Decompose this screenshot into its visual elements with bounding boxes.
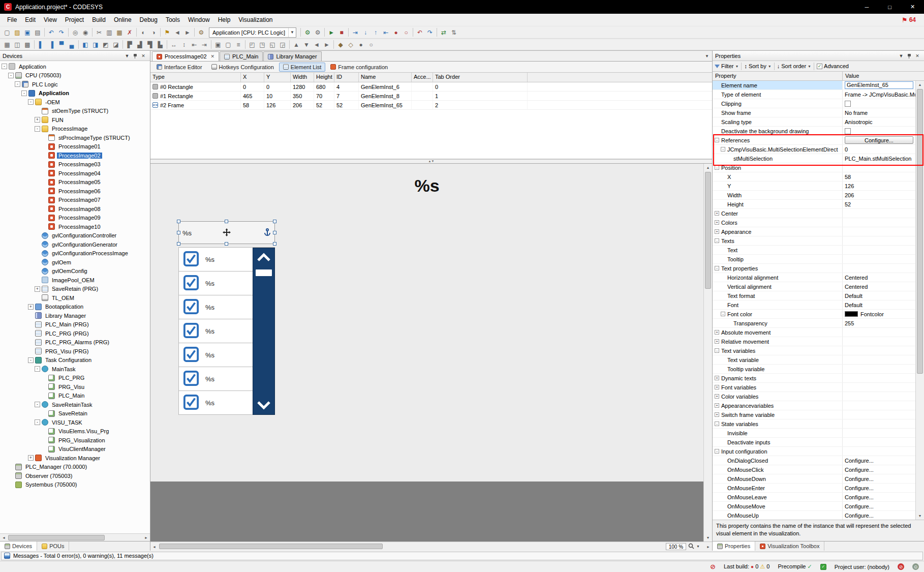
scroll-down-icon[interactable]: ▼ bbox=[916, 512, 924, 520]
open-project-icon[interactable]: ▨ bbox=[12, 27, 22, 37]
tab-devices[interactable]: Devices bbox=[0, 541, 37, 551]
scroll-down-icon[interactable]: ▼ bbox=[704, 534, 712, 541]
tree-item-visuelems-visu-prg[interactable]: VisuElems.Visu_Prg bbox=[0, 427, 150, 436]
property-row-onmouseenter[interactable]: OnMouseEnterConfigure... bbox=[713, 484, 924, 493]
run-to-cursor-icon[interactable]: ⇤ bbox=[381, 27, 391, 37]
tree-item-processimage10[interactable]: ProcessImage10 bbox=[0, 222, 150, 231]
property-value[interactable]: Configure... bbox=[843, 136, 915, 144]
maximize-button[interactable]: □ bbox=[878, 0, 901, 14]
same-size-icon[interactable]: ⇤ bbox=[189, 40, 199, 49]
value-column-header[interactable]: Value bbox=[843, 72, 861, 80]
tab-properties[interactable]: Properties bbox=[713, 541, 755, 551]
table-row[interactable]: #0 Rectangle0012806804GenElemInst_60 bbox=[150, 82, 712, 92]
tree-item-systembus-705000[interactable]: Systembus (705000) bbox=[0, 480, 150, 490]
tree-item-library-manager[interactable]: Library Manager bbox=[0, 311, 150, 320]
tree-item-plc-main-prg[interactable]: PLC_Main (PRG) bbox=[0, 320, 150, 329]
property-row-stmultiselection[interactable]: stMultiSelectionPLC_Main.stMultiSelectio… bbox=[713, 154, 924, 163]
property-value[interactable]: 126 bbox=[843, 182, 915, 190]
search-project-icon[interactable]: ◐ bbox=[138, 27, 148, 37]
panel-menu-icon[interactable]: ▼ bbox=[123, 52, 131, 59]
flag-icon[interactable]: ⚑ bbox=[902, 16, 908, 24]
property-value[interactable] bbox=[843, 346, 915, 355]
tree-item-prg-visu[interactable]: PRG_Visu bbox=[0, 382, 150, 392]
tree-item-oem[interactable]: --OEM bbox=[0, 98, 150, 107]
magnifier-icon[interactable] bbox=[688, 543, 694, 550]
property-value[interactable]: Default bbox=[843, 300, 915, 309]
subtab-hotkeys-configuration[interactable]: Hotkeys Configuration bbox=[207, 63, 278, 72]
cut-icon[interactable]: ✂ bbox=[94, 27, 104, 37]
property-value[interactable] bbox=[843, 99, 915, 108]
chevron-down-icon[interactable]: ▼ bbox=[696, 545, 700, 548]
compile-icon[interactable]: ⚙ bbox=[302, 27, 313, 37]
tree-item-gvloem[interactable]: gvlOem bbox=[0, 258, 150, 267]
expand-icon[interactable]: + bbox=[715, 385, 719, 389]
collapse-icon[interactable]: - bbox=[715, 165, 719, 170]
reset-warm-icon[interactable]: ↶ bbox=[415, 27, 425, 37]
visualization-grid-icon[interactable]: ▦ bbox=[2, 40, 12, 49]
property-row-ondialogclosed[interactable]: OnDialogClosedConfigure... bbox=[713, 456, 924, 465]
menu-window[interactable]: Window bbox=[184, 15, 214, 25]
scroll-right-icon[interactable]: ► bbox=[704, 543, 712, 550]
property-row-element-name[interactable]: Element nameGenElemInst_65 bbox=[713, 81, 924, 90]
column-header-id[interactable]: ID bbox=[334, 73, 359, 82]
property-value[interactable]: 206 bbox=[843, 191, 915, 199]
property-value[interactable]: Configure... bbox=[843, 465, 915, 474]
new-project-icon[interactable]: ▢ bbox=[2, 27, 12, 37]
previous-bookmark-icon[interactable]: ◄ bbox=[172, 27, 182, 37]
tab-list-icon[interactable]: ▼ bbox=[705, 54, 709, 58]
resize-handle-w[interactable] bbox=[177, 231, 180, 234]
expand-icon[interactable]: + bbox=[715, 330, 719, 335]
property-row-vertical-alignment[interactable]: Vertical alignmentCentered bbox=[713, 282, 924, 291]
rotate-right-icon[interactable]: ◳ bbox=[257, 40, 267, 49]
property-value[interactable] bbox=[843, 365, 915, 373]
expand-icon[interactable]: + bbox=[35, 117, 40, 123]
column-header-width[interactable]: Width bbox=[291, 73, 314, 82]
property-row-relative-movement[interactable]: +Relative movement bbox=[713, 337, 924, 346]
menu-visualization[interactable]: Visualization bbox=[234, 15, 276, 25]
selected-frame-element[interactable]: %s bbox=[178, 221, 275, 244]
doc-tab-library-manager[interactable]: Library Manager bbox=[263, 51, 321, 61]
step-into-icon[interactable]: ↓ bbox=[360, 27, 371, 37]
property-value[interactable]: Configure... bbox=[843, 502, 915, 510]
anchor-icon[interactable] bbox=[264, 228, 270, 237]
property-value[interactable]: Configure... bbox=[843, 456, 915, 465]
tree-item-plc-prg-alarms-prg[interactable]: PLC_PRG_Alarms (PRG) bbox=[0, 338, 150, 347]
redo-icon[interactable]: ↷ bbox=[56, 27, 67, 37]
expand-icon[interactable]: + bbox=[715, 412, 719, 417]
subtab-interface-editor[interactable]: Interface Editor bbox=[152, 63, 206, 72]
property-value[interactable]: Default bbox=[843, 291, 915, 300]
property-row-onmouseclick[interactable]: OnMouseClickConfigure... bbox=[713, 465, 924, 474]
build-icon[interactable]: ⚙ bbox=[196, 27, 206, 37]
same-height-icon[interactable]: ↕ bbox=[179, 40, 189, 49]
align-bottom-icon[interactable]: ▄ bbox=[67, 40, 77, 49]
scrollbar-thumb[interactable] bbox=[705, 172, 711, 289]
property-value[interactable]: No frame bbox=[843, 108, 915, 117]
property-row-text[interactable]: Text bbox=[713, 246, 924, 255]
toggle-breakpoint-icon[interactable]: ○ bbox=[401, 27, 411, 37]
delete-icon[interactable]: ✗ bbox=[125, 27, 135, 37]
align-left-icon[interactable]: ▌ bbox=[36, 40, 46, 49]
checkbox-unchecked[interactable] bbox=[845, 101, 851, 107]
expand-icon[interactable]: + bbox=[28, 304, 34, 310]
tree-item-maintask[interactable]: -MainTask bbox=[0, 365, 150, 374]
filter-label[interactable]: Filter bbox=[721, 63, 733, 69]
property-value[interactable] bbox=[843, 255, 915, 263]
devices-horizontal-scrollbar[interactable]: ◄ ► bbox=[0, 533, 150, 541]
panel-menu-icon[interactable]: ▼ bbox=[897, 52, 905, 59]
tree-item-plc-prg[interactable]: PLC_PRG bbox=[0, 374, 150, 383]
bring-forward-icon[interactable]: ▜ bbox=[145, 40, 155, 49]
subtab-frame-configuration[interactable]: Frame configuration bbox=[326, 63, 392, 72]
breakpoint-icon[interactable]: ● bbox=[391, 27, 401, 37]
advanced-checkbox[interactable]: ✓ bbox=[817, 64, 822, 69]
tree-item-visuclientmanager[interactable]: VisuClientManager bbox=[0, 445, 150, 454]
property-row-center[interactable]: +Center bbox=[713, 209, 924, 218]
property-value[interactable] bbox=[843, 374, 915, 382]
expand-icon[interactable]: + bbox=[715, 211, 719, 216]
tree-item-processimage09[interactable]: ProcessImage09 bbox=[0, 214, 150, 223]
configure-button[interactable]: Configure... bbox=[845, 136, 913, 144]
expand-icon[interactable]: + bbox=[715, 376, 719, 380]
close-button[interactable]: ✕ bbox=[901, 0, 924, 14]
column-header-tab-order[interactable]: Tab Order bbox=[433, 73, 528, 82]
property-value[interactable] bbox=[843, 218, 915, 227]
property-value[interactable] bbox=[843, 419, 915, 428]
